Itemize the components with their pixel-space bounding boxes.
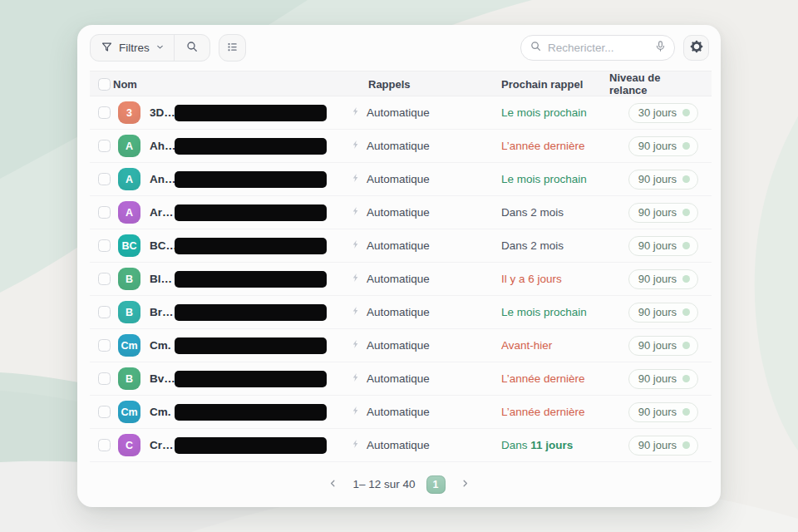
level-dot-icon xyxy=(682,342,690,349)
next-reminder-label: L’année dernière xyxy=(489,406,609,418)
filter-search-button[interactable] xyxy=(175,35,209,61)
avatar: B xyxy=(118,301,140,323)
filters-button[interactable]: Filtres xyxy=(91,35,174,61)
contacts-panel: Filtres xyxy=(77,25,721,507)
magnifier-icon xyxy=(185,40,199,56)
name-cell: Br… xyxy=(148,304,339,321)
level-badge-label: 90 jours xyxy=(638,372,677,385)
table-row[interactable]: Cm Cm. Automatique L’année dernière 90 j… xyxy=(90,396,712,429)
avatar: BC xyxy=(118,234,140,257)
level-badge: 90 jours xyxy=(628,236,698,256)
table-row[interactable]: Cm Cm. Automatique Avant-hier 90 jours xyxy=(90,329,712,362)
row-checkbox[interactable] xyxy=(98,206,111,219)
level-badge: 90 jours xyxy=(628,369,698,389)
redacted-name-bar xyxy=(175,337,327,354)
search-input[interactable] xyxy=(548,42,648,54)
avatar: B xyxy=(118,268,140,290)
row-checkbox[interactable] xyxy=(98,140,111,152)
row-checkbox[interactable] xyxy=(98,372,111,385)
table-row[interactable]: A Ah… Automatique L’année dernière 90 jo… xyxy=(90,130,712,163)
level-badge: 90 jours xyxy=(628,203,698,223)
next-reminder-label: Dans 2 mois xyxy=(489,239,609,252)
reminder-label: Automatique xyxy=(367,140,430,152)
name-cell: Bl… xyxy=(148,271,339,288)
table-row[interactable]: B Bl… Automatique Il y a 6 jours 90 jour… xyxy=(90,263,712,296)
next-reminder-label: Le mois prochain xyxy=(489,106,609,119)
reminder-label: Automatique xyxy=(367,239,430,252)
level-badge: 90 jours xyxy=(628,336,698,356)
current-page-chip[interactable]: 1 xyxy=(426,475,446,494)
avatar: Cm xyxy=(118,401,140,423)
row-name: Br… xyxy=(150,306,175,318)
level-dot-icon xyxy=(682,142,690,150)
table-row[interactable]: B Bv… Automatique L’année dernière 90 jo… xyxy=(90,362,712,396)
row-name: Bl… xyxy=(150,273,175,285)
table-row[interactable]: B Br… Automatique Le mois prochain 90 jo… xyxy=(90,296,712,329)
list-view-button[interactable] xyxy=(219,34,246,62)
redacted-name-bar xyxy=(175,171,327,188)
next-reminder-label: Le mois prochain xyxy=(489,173,609,185)
level-badge-label: 90 jours xyxy=(638,206,677,219)
redacted-name-bar xyxy=(175,404,327,421)
search-icon xyxy=(530,40,542,56)
table-row[interactable]: A Ar… Automatique Dans 2 mois 90 jours xyxy=(90,196,712,229)
name-cell: BC… xyxy=(148,238,339,254)
level-dot-icon xyxy=(682,441,690,449)
next-page-button[interactable] xyxy=(456,475,474,495)
settings-button[interactable] xyxy=(683,35,709,61)
row-checkbox[interactable] xyxy=(98,406,111,418)
previous-page-button[interactable] xyxy=(324,475,342,495)
row-name: BC… xyxy=(150,239,175,252)
gear-icon xyxy=(690,40,703,56)
table-row[interactable]: C Cr… Automatique Dans 11 jours 90 jours xyxy=(90,429,712,462)
row-name: Cm. xyxy=(150,406,175,418)
table-row[interactable]: 3 3D… Automatique Le mois prochain 30 jo… xyxy=(90,96,712,130)
table-row[interactable]: BC BC… Automatique Dans 2 mois 90 jours xyxy=(90,229,712,263)
select-all-checkbox[interactable] xyxy=(98,78,111,91)
list-view-icon xyxy=(226,41,239,56)
row-name: Ah… xyxy=(150,140,175,152)
filter-control-group: Filtres xyxy=(90,34,210,62)
name-cell: Cm. xyxy=(148,404,339,421)
level-dot-icon xyxy=(682,209,690,216)
row-checkbox[interactable] xyxy=(98,273,111,285)
redacted-name-bar xyxy=(175,437,327,454)
row-name: An… xyxy=(150,173,175,185)
lightning-bolt-icon xyxy=(351,438,361,452)
row-checkbox[interactable] xyxy=(98,239,111,252)
avatar: A xyxy=(118,201,140,224)
reminder-cell: Automatique xyxy=(339,239,489,253)
reminder-label: Automatique xyxy=(367,106,430,119)
table-row[interactable]: A An… Automatique Le mois prochain 90 jo… xyxy=(90,163,712,196)
row-name: Bv… xyxy=(150,372,175,385)
row-checkbox[interactable] xyxy=(98,173,111,185)
level-cell: 90 jours xyxy=(628,236,712,256)
level-dot-icon xyxy=(682,242,690,249)
pagination-range: 1– 12 sur 40 xyxy=(352,478,415,490)
pagination: 1– 12 sur 40 1 xyxy=(77,462,721,506)
row-checkbox[interactable] xyxy=(98,306,111,318)
row-checkbox[interactable] xyxy=(98,439,111,451)
level-badge: 90 jours xyxy=(628,269,698,289)
row-checkbox[interactable] xyxy=(98,106,111,119)
chevron-right-icon xyxy=(460,478,470,491)
redacted-name-bar xyxy=(175,271,327,288)
microphone-icon[interactable] xyxy=(654,40,667,56)
name-cell: An… xyxy=(148,171,339,188)
funnel-icon xyxy=(101,41,113,56)
level-badge-label: 90 jours xyxy=(638,406,677,418)
level-cell: 90 jours xyxy=(628,369,712,389)
name-cell: Ar… xyxy=(148,204,339,221)
lightning-bolt-icon xyxy=(351,338,361,352)
row-checkbox[interactable] xyxy=(98,339,111,352)
level-badge: 90 jours xyxy=(628,402,698,422)
contacts-table: Nom Rappels Prochain rappel Niveau de re… xyxy=(90,71,712,462)
reminder-cell: Automatique xyxy=(339,106,489,120)
name-cell: Cr… xyxy=(148,437,339,454)
level-badge: 90 jours xyxy=(628,303,698,323)
search-box xyxy=(520,35,675,61)
column-header-next-reminder: Prochain rappel xyxy=(489,78,609,91)
chevron-down-icon xyxy=(155,42,165,54)
lightning-bolt-icon xyxy=(351,139,361,153)
row-name: Cr… xyxy=(150,439,175,451)
